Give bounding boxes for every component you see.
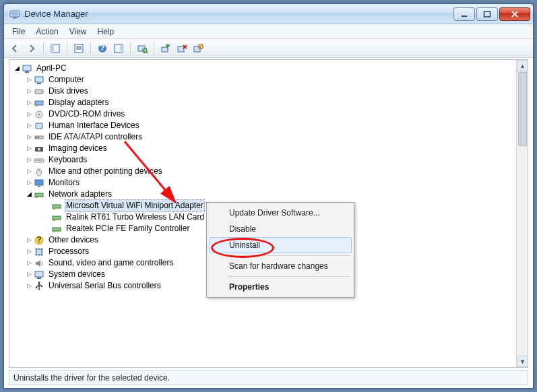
close-button[interactable]	[499, 7, 530, 21]
tree-item-label: Network adapters	[47, 189, 113, 200]
tree-item-label: April-PC	[35, 63, 68, 74]
expand-arrow[interactable]	[26, 143, 32, 154]
ctx-properties[interactable]: Properties	[209, 279, 352, 295]
tree-item-label: Human Interface Devices	[47, 120, 141, 131]
tree-root[interactable]: April-PC	[13, 63, 524, 74]
toolbar-separator	[90, 42, 91, 55]
maximize-button[interactable]	[476, 7, 498, 21]
ctx-uninstall[interactable]: Uninstall	[209, 237, 352, 253]
svg-point-58	[38, 282, 40, 284]
tree-item-label: DVD/CD-ROM drives	[47, 108, 126, 120]
properties-button[interactable]	[71, 41, 86, 56]
window-title: Device Manager	[24, 9, 453, 19]
tree-category[interactable]: IDE ATA/ATAPI controllers	[13, 131, 524, 143]
svg-point-29	[38, 113, 40, 115]
tree-item-label: Keyboards	[47, 154, 88, 166]
tree-item-label: Monitors	[47, 177, 81, 189]
svg-rect-8	[76, 46, 82, 48]
scan-hardware-button[interactable]	[135, 41, 150, 56]
svg-rect-43	[35, 180, 43, 185]
svg-rect-38	[38, 160, 39, 161]
device-icon	[22, 63, 32, 74]
device-icon	[34, 155, 44, 166]
tree-category[interactable]: Display adapters	[13, 97, 524, 108]
tree-category[interactable]: Monitors	[13, 177, 524, 189]
svg-rect-17	[178, 46, 184, 52]
minimize-button[interactable]	[453, 7, 475, 21]
expand-arrow[interactable]	[26, 257, 32, 269]
expand-arrow[interactable]	[26, 166, 32, 177]
ctx-scan-hardware[interactable]: Scan for hardware changes	[209, 258, 352, 274]
tree-category[interactable]: Disk drives	[13, 86, 524, 97]
device-icon	[34, 281, 44, 292]
expand-arrow[interactable]	[26, 108, 32, 120]
expand-arrow[interactable]	[26, 97, 32, 108]
scroll-thumb[interactable]	[518, 72, 527, 146]
expand-arrow[interactable]	[26, 246, 32, 257]
tree-item-label: Display adapters	[47, 97, 110, 108]
action-pane-button[interactable]	[111, 41, 126, 56]
vertical-scrollbar[interactable]: ▲ ▼	[516, 60, 528, 367]
uninstall-button[interactable]	[175, 41, 189, 56]
tree-category[interactable]: DVD/CD-ROM drives	[13, 108, 524, 120]
tree-category[interactable]: Imaging devices	[13, 143, 524, 154]
svg-rect-57	[37, 277, 41, 279]
statusbar: Uninstalls the driver for the selected d…	[9, 370, 528, 385]
ctx-update-driver[interactable]: Update Driver Software...	[209, 205, 352, 221]
tree-item-label: Disk drives	[47, 86, 90, 97]
help-button[interactable]: ?	[95, 41, 110, 56]
svg-rect-56	[35, 271, 43, 277]
device-icon	[34, 178, 44, 189]
tree-category[interactable]: Network adapters	[13, 189, 524, 200]
disable-button[interactable]	[191, 41, 206, 56]
svg-rect-55	[36, 249, 42, 255]
svg-rect-45	[35, 193, 43, 197]
expand-arrow[interactable]	[26, 131, 32, 143]
ctx-separator	[228, 276, 350, 277]
ctx-disable[interactable]: Disable	[209, 221, 352, 237]
svg-point-25	[41, 91, 42, 92]
expand-arrow[interactable]	[26, 177, 32, 189]
menu-view[interactable]: View	[64, 26, 92, 38]
status-text: Uninstalls the driver for the selected d…	[13, 373, 170, 383]
svg-rect-48	[53, 208, 55, 209]
expand-arrow[interactable]	[26, 269, 32, 280]
svg-rect-26	[35, 101, 43, 105]
show-hide-console-tree-button[interactable]	[48, 41, 63, 56]
expand-arrow[interactable]	[26, 120, 32, 131]
svg-rect-23	[37, 83, 41, 84]
expand-arrow[interactable]	[13, 63, 20, 74]
expand-arrow[interactable]	[26, 280, 32, 292]
menu-file[interactable]: File	[7, 26, 30, 38]
toolbar-separator	[67, 42, 67, 55]
tree-item-label: Sound, video and game controllers	[47, 257, 175, 269]
svg-rect-3	[462, 15, 467, 17]
svg-rect-32	[36, 137, 37, 138]
menu-help[interactable]: Help	[92, 26, 120, 38]
svg-rect-37	[36, 160, 37, 161]
tree-category[interactable]: Keyboards	[13, 154, 524, 166]
tree-category[interactable]: Mice and other pointing devices	[13, 166, 524, 177]
menu-action[interactable]: Action	[30, 26, 63, 38]
forward-button[interactable]	[24, 41, 39, 56]
expand-arrow[interactable]	[26, 86, 32, 97]
svg-rect-27	[35, 105, 38, 106]
update-driver-button[interactable]	[158, 41, 173, 56]
svg-point-35	[38, 148, 40, 150]
svg-rect-51	[53, 228, 61, 231]
expand-arrow[interactable]	[26, 234, 32, 246]
expand-arrow[interactable]	[26, 74, 32, 86]
tree-category[interactable]: Human Interface Devices	[13, 120, 524, 131]
device-icon	[34, 132, 44, 143]
back-button[interactable]	[8, 41, 23, 56]
tree-item-label: Universal Serial Bus controllers	[47, 280, 162, 292]
expand-arrow[interactable]	[26, 154, 32, 166]
tree-item-label: Microsoft Virtual WiFi Miniport Adapter	[65, 199, 205, 212]
scroll-up-arrow[interactable]: ▲	[517, 60, 528, 71]
menubar: File Action View Help	[4, 24, 533, 39]
expand-arrow[interactable]	[26, 189, 32, 200]
scroll-down-arrow[interactable]: ▼	[517, 356, 528, 367]
svg-rect-22	[35, 77, 43, 82]
tree-category[interactable]: Computer	[13, 74, 524, 86]
svg-rect-44	[38, 186, 40, 187]
